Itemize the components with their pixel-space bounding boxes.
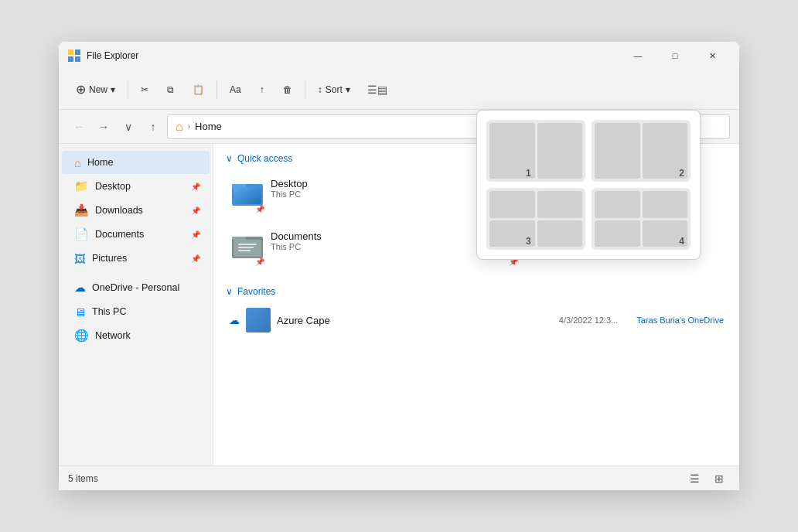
folder-name: Documents (271, 230, 467, 242)
svg-rect-7 (234, 187, 261, 204)
home-icon: ⌂ (74, 156, 81, 169)
delete-button[interactable]: 🗑 (275, 80, 300, 100)
layout-option-4[interactable]: 4 (592, 188, 691, 250)
list-view-button[interactable]: ☰ (684, 468, 705, 489)
share-icon: ↑ (260, 84, 264, 95)
desktop-folder-icon (232, 178, 263, 209)
pin-icon: 📌 (191, 206, 200, 215)
network-icon: 🌐 (74, 329, 89, 343)
minimize-button[interactable]: — (620, 43, 656, 68)
favorites-row[interactable]: ☁ Azure Cape 4/3/2022 12:3... Taras Buri… (226, 303, 727, 337)
sidebar-item-documents[interactable]: 📄 Documents 📌 (62, 223, 210, 246)
layout-number: 4 (679, 236, 684, 247)
downloads-icon: 📥 (74, 203, 89, 217)
favorites-chevron: ∨ (226, 286, 233, 297)
svg-rect-16 (238, 247, 254, 248)
sidebar-item-network[interactable]: 🌐 Network (62, 324, 210, 347)
sidebar-item-desktop[interactable]: 📁 Desktop 📌 (62, 175, 210, 198)
svg-rect-5 (232, 184, 246, 187)
layout-options-grid: 1 2 3 (486, 120, 691, 250)
layout-cell (643, 191, 688, 218)
list-icon: ☰ (690, 472, 700, 485)
svg-rect-2 (68, 56, 73, 62)
pin-badge: 📌 (255, 205, 264, 213)
close-button[interactable]: ✕ (694, 43, 730, 68)
layout-cell (537, 123, 583, 179)
folder-card-documents[interactable]: 📌 Documents This PC (226, 224, 473, 271)
fav-thumbnail (246, 308, 271, 332)
sort-label: Sort (326, 84, 343, 95)
pin-badge: 📌 (255, 257, 264, 266)
paste-icon: 📋 (193, 84, 204, 95)
title-bar: File Explorer — □ ✕ (59, 42, 739, 70)
sidebar-item-home-label: Home (87, 157, 113, 168)
pictures-icon: 🖼 (74, 252, 86, 265)
delete-icon: 🗑 (283, 84, 292, 95)
share-button[interactable]: ↑ (252, 80, 272, 100)
svg-rect-13 (232, 237, 246, 240)
sidebar-item-thispc[interactable]: 🖥 This PC (62, 300, 210, 323)
fav-date: 4/3/2022 12:3... (559, 315, 618, 325)
folder-icon-wrap: 📌 (232, 230, 263, 264)
cloud-icon: ☁ (229, 314, 240, 326)
sidebar-item-pictures[interactable]: 🖼 Pictures 📌 (62, 247, 210, 270)
sidebar-item-desktop-label: Desktop (95, 181, 131, 192)
grid-view-button[interactable]: ⊞ (708, 468, 730, 489)
new-button[interactable]: ⊕ New ▾ (68, 77, 123, 101)
window-title: File Explorer (87, 50, 620, 61)
sort-chevron: ▾ (346, 84, 350, 95)
pin-icon: 📌 (191, 230, 200, 239)
svg-rect-1 (75, 49, 80, 55)
layout-number: 2 (679, 168, 684, 179)
folder-card-desktop[interactable]: 📌 Desktop This PC (226, 172, 473, 218)
forward-button[interactable]: → (93, 116, 114, 138)
paste-button[interactable]: 📋 (185, 80, 212, 100)
back-button[interactable]: ← (68, 116, 90, 138)
thispc-icon: 🖥 (74, 305, 86, 319)
svg-rect-0 (68, 49, 73, 55)
sidebar-item-pictures-label: Pictures (92, 253, 127, 264)
sort-icon: ↕ (318, 84, 322, 95)
cut-button[interactable]: ✂ (133, 80, 156, 100)
sidebar-item-home[interactable]: ⌂ Home (62, 151, 210, 174)
sidebar-item-thispc-label: This PC (92, 306, 126, 317)
sidebar-item-network-label: Network (95, 330, 131, 341)
recent-button[interactable]: ∨ (118, 116, 139, 138)
rename-icon: Aa (230, 84, 241, 95)
svg-rect-3 (75, 56, 80, 62)
folder-path: This PC (271, 189, 467, 199)
onedrive-icon: ☁ (74, 281, 86, 295)
sidebar-item-downloads[interactable]: 📥 Downloads 📌 (62, 199, 210, 222)
quick-access-label: Quick access (237, 153, 292, 164)
sort-button[interactable]: ↕ Sort ▾ (310, 80, 358, 100)
items-count: 5 items (68, 473, 684, 484)
layout-cell (595, 123, 640, 179)
folder-name: Desktop (271, 178, 467, 189)
separator-2 (217, 80, 217, 99)
sidebar-item-onedrive[interactable]: ☁ OneDrive - Personal (62, 276, 210, 299)
layout-option-2[interactable]: 2 (592, 120, 691, 182)
toolbar: ⊕ New ▾ ✂ ⧉ 📋 Aa ↑ 🗑 ↕ Sort ▾ ☰ (59, 70, 739, 110)
fav-name: Azure Cape (277, 315, 553, 326)
maximize-button[interactable]: □ (657, 43, 693, 68)
favorites-header[interactable]: ∨ Favorites (226, 286, 727, 297)
folder-path: This PC (271, 242, 467, 251)
rename-button[interactable]: Aa (222, 80, 249, 100)
layout-option-1[interactable]: 1 (486, 120, 585, 182)
up-button[interactable]: ↑ (142, 116, 164, 138)
layout-cell (489, 191, 535, 218)
layout-option-3[interactable]: 3 (486, 188, 585, 250)
sidebar-item-downloads-label: Downloads (95, 205, 143, 216)
documents-folder-icon (232, 230, 263, 261)
copy-button[interactable]: ⧉ (159, 80, 182, 100)
grid-icon: ⊞ (714, 472, 724, 485)
fav-owner: Taras Buria's OneDrive (636, 315, 724, 325)
separator-3 (305, 80, 305, 99)
folder-icon-wrap: 📌 (232, 178, 263, 212)
app-icon (68, 49, 80, 62)
layout-popup: 1 2 3 (476, 110, 701, 260)
status-actions: ☰ ⊞ (684, 468, 730, 489)
quick-access-chevron: ∨ (226, 153, 233, 164)
view-button[interactable]: ☰▤ (361, 79, 394, 101)
file-explorer-window: File Explorer — □ ✕ ⊕ New ▾ ✂ ⧉ 📋 Aa ↑ (59, 42, 739, 490)
